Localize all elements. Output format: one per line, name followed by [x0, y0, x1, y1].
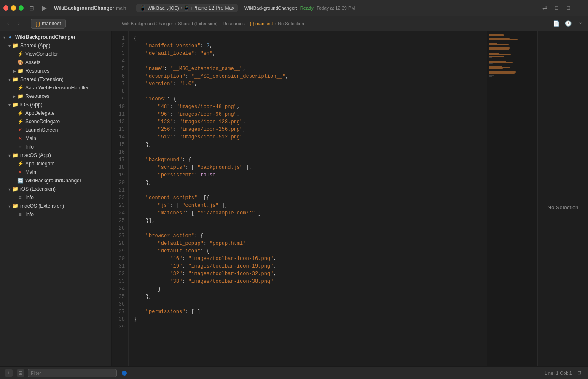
scroll-icon-button[interactable]: ⊟	[575, 369, 583, 377]
sidebar-item-resources-shared[interactable]: ▶ 📁 Resources	[0, 67, 111, 75]
sidebar-item-resources-ext[interactable]: ▶ 📁 Resources	[0, 92, 111, 100]
sidebar-item-safarihandler[interactable]: ⚡ SafariWebExtensionHandler	[0, 84, 111, 92]
folder-icon: 📁	[17, 93, 24, 100]
sidebar-label-appdelegate-ios: AppDelegate	[25, 110, 54, 116]
folder-icon: 📁	[12, 76, 19, 83]
chevron-down-icon: ▾	[7, 43, 12, 48]
add-file-status-button[interactable]: +	[5, 369, 13, 377]
sidebar-item-viewcontroller[interactable]: ⚡ ViewController	[0, 50, 111, 58]
sidebar-toggle-button[interactable]: ⊟	[27, 3, 36, 13]
sidebar-label-ios-ext: iOS (Extension)	[20, 186, 56, 192]
ios-tab-label: WikiBac...(iOS)	[148, 5, 179, 11]
minimap	[487, 31, 537, 366]
filter-input[interactable]	[28, 369, 117, 377]
sidebar-item-macos-ext[interactable]: ▾ 📁 macOS (Extension)	[0, 202, 111, 210]
swift-icon: ⚡	[17, 118, 24, 125]
sidebar-item-info-mac-ext[interactable]: ≡ Info	[0, 210, 111, 219]
right-panel: No Selection	[537, 31, 588, 366]
sidebar-label-main-ios: Main	[25, 135, 36, 141]
maximize-button[interactable]	[19, 5, 24, 11]
sidebar-label-info-ios-ext: Info	[25, 195, 34, 200]
swift-icon: ⚡	[17, 51, 24, 57]
sidebar-item-main-mac[interactable]: ✕ Main	[0, 168, 111, 176]
sidebar-label-main-mac: Main	[25, 169, 36, 175]
ios-tab-icon: 📱	[140, 5, 146, 11]
breadcrumb-bar: WikiBackgroundChanger › Shared (Extensio…	[117, 21, 550, 26]
close-button[interactable]	[3, 5, 8, 11]
manifest-tab[interactable]: {·} manifest	[31, 19, 66, 29]
plist-icon: ≡	[17, 143, 24, 150]
sidebar-item-launchscreen[interactable]: ✕ LaunchScreen	[0, 126, 111, 134]
sidebar-item-shared-ext[interactable]: ▾ 📁 Shared (Extension)	[0, 75, 111, 84]
add-tab-button[interactable]: +	[575, 3, 585, 13]
sidebar-item-macos-app[interactable]: ▾ 📁 macOS (App)	[0, 151, 111, 160]
toolbar-left: ‹ › {·} manifest	[3, 19, 115, 29]
sidebar-item-ios-ext[interactable]: ▾ 📁 iOS (Extension)	[0, 185, 111, 193]
sidebar-item-wikichangerlib[interactable]: 🔄 WikiBackgroundChanger	[0, 176, 111, 185]
sidebar-label-info-mac-ext: Info	[25, 211, 34, 217]
sidebar-label-resources-ext: Resources	[25, 93, 49, 99]
sidebar-label-appdelegate-mac: AppDelegate	[25, 161, 54, 167]
line-col-label: Line: 1 Col: 1	[545, 371, 572, 376]
plist-icon: ≡	[17, 194, 24, 201]
breadcrumb-no-selection[interactable]: No Selection	[278, 21, 304, 26]
xib-icon: ✕	[17, 127, 24, 133]
project-sub: main	[116, 5, 126, 11]
sidebar-label-macos-ext: macOS (Extension)	[20, 203, 64, 209]
no-selection-label: No Selection	[548, 204, 579, 211]
sidebar-label-shared-app: Shared (App)	[20, 43, 50, 49]
device-name: iPhone 12 Pro Max	[191, 5, 234, 11]
sidebar-label-scenedelegate: SceneDelegate	[25, 119, 60, 125]
ios-tab[interactable]: 📱 WikiBac...(iOS) › 📱 iPhone 12 Pro Max	[136, 4, 238, 12]
breadcrumb-resources[interactable]: Resources	[223, 21, 245, 26]
code-editor[interactable]: { "manifest_version": 2, "default_locale…	[129, 31, 487, 366]
sidebar-item-main-ios[interactable]: ✕ Main	[0, 134, 111, 143]
back-button[interactable]: ‹	[3, 19, 13, 28]
sidebar-item-assets[interactable]: 🎨 Assets	[0, 58, 111, 67]
sidebar-item-info-ios-ext[interactable]: ≡ Info	[0, 193, 111, 202]
sidebar-item-ios-app[interactable]: ▾ 📁 iOS (App)	[0, 100, 111, 109]
layout-button[interactable]: ⊟	[564, 3, 573, 13]
sidebar-item-shared-app[interactable]: ▾ 📁 Shared (App)	[0, 41, 111, 50]
toolbar-separator	[27, 20, 27, 27]
sidebar-label-info-ios: Info	[25, 144, 34, 150]
run-button[interactable]: ▶	[40, 3, 49, 13]
add-file-button[interactable]: 📄	[552, 19, 561, 28]
manifest-tab-icon: {·}	[35, 21, 40, 27]
asset-icon: 🔄	[17, 177, 24, 184]
folder-icon: 📁	[12, 203, 19, 209]
breadcrumb-manifest[interactable]: {·} manifest	[250, 21, 273, 26]
breadcrumb-shared-ext[interactable]: Shared (Extension)	[178, 21, 217, 26]
editor-area: 1234567891011121314151617181920212223242…	[112, 31, 537, 366]
project-icon: ●	[7, 34, 13, 41]
add-group-status-button[interactable]: ⊟	[17, 369, 24, 377]
history-button[interactable]: 🕐	[564, 19, 573, 28]
sidebar-item-info-ios[interactable]: ≡ Info	[0, 143, 111, 151]
chevron-down-icon: ▾	[7, 103, 12, 107]
xib-icon: ✕	[17, 169, 24, 176]
toolbar-row: ‹ › {·} manifest WikiBackgroundChanger ›…	[0, 16, 588, 31]
manifest-tab-label: manifest	[42, 21, 61, 27]
folder-icon: 📁	[12, 42, 19, 49]
status-right: Line: 1 Col: 1 ⊟	[122, 369, 583, 377]
sidebar-item-appdelegate-ios[interactable]: ⚡ AppDelegate	[0, 109, 111, 117]
minimize-button[interactable]	[11, 5, 16, 11]
sidebar-item-root[interactable]: ▾ ● WikiBackgroundChanger	[0, 33, 111, 41]
chevron-down-icon: ▾	[7, 204, 12, 208]
help-button[interactable]: ?	[575, 19, 585, 28]
swift-icon: ⚡	[17, 160, 24, 167]
chevron-right-icon: ▶	[12, 69, 17, 73]
sidebar-item-appdelegate-mac[interactable]: ⚡ AppDelegate	[0, 160, 111, 168]
sidebar-item-scenedelegate[interactable]: ⚡ SceneDelegate	[0, 117, 111, 126]
sidebar-label-shared-ext: Shared (Extension)	[20, 76, 64, 82]
sidebar-label-macos-app: macOS (App)	[20, 152, 51, 158]
split-editor-button[interactable]: ⇄	[540, 3, 549, 13]
minimap-content	[487, 31, 537, 366]
inspector-button[interactable]: ⊟	[552, 3, 561, 13]
sidebar: ▾ ● WikiBackgroundChanger ▾ 📁 Shared (Ap…	[0, 31, 112, 366]
folder-icon: 📁	[12, 152, 19, 159]
forward-button[interactable]: ›	[14, 19, 24, 28]
main-layout: ▾ ● WikiBackgroundChanger ▾ 📁 Shared (Ap…	[0, 31, 588, 366]
sidebar-label-resources-shared: Resources	[25, 68, 49, 74]
breadcrumb-project[interactable]: WikiBackgroundChanger	[122, 21, 173, 26]
